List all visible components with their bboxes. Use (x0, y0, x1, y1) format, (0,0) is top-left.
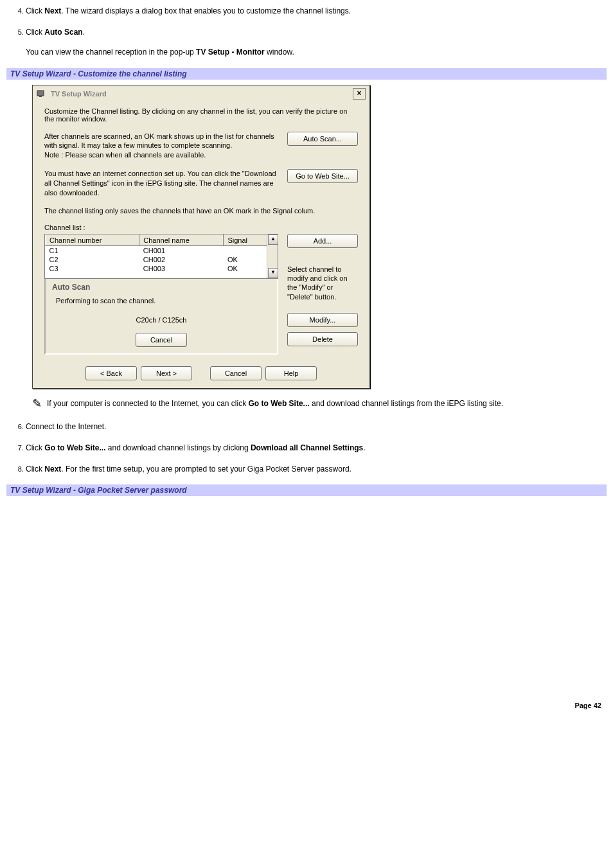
scan-text-2: Note : Please scan when all channels are… (44, 150, 278, 160)
go-to-web-site-button[interactable]: Go to Web Site... (287, 169, 358, 183)
auto-scan-title: Auto Scan (52, 283, 271, 292)
tip-note: ✎ If your computer is connected to the I… (32, 398, 607, 409)
step-5-pre: Click (26, 28, 44, 37)
col-channel-name[interactable]: Channel name (139, 235, 224, 245)
dialog-titlebar: TV Setup Wizard × (33, 85, 369, 102)
step-5: Click Auto Scan. You can view the channe… (26, 26, 607, 58)
channel-list[interactable]: Channel number Channel name Signal C1 CH… (44, 234, 278, 279)
list-scrollbar[interactable]: ▲ ▼ (267, 235, 278, 278)
table-row[interactable]: C2 CH002 OK (46, 255, 267, 264)
web-text: You must have an internet connection set… (44, 169, 278, 198)
step-5-post: . (83, 28, 85, 37)
dialog-title: TV Setup Wizard (51, 90, 107, 98)
svg-rect-1 (39, 96, 42, 97)
auto-scan-message: Performing to scan the channel. (56, 297, 271, 305)
col-signal[interactable]: Signal (224, 235, 267, 245)
table-row[interactable]: C3 CH003 OK (46, 264, 267, 273)
step-6: Connect to the Internet. (26, 421, 607, 433)
delete-button[interactable]: Delete (287, 332, 358, 346)
auto-scan-cancel-button[interactable]: Cancel (136, 333, 187, 347)
table-row[interactable]: C1 CH001 (46, 245, 267, 255)
step-5-sub-pre: You can view the channel reception in th… (26, 48, 196, 57)
step-4-pre: Click (26, 6, 44, 15)
pencil-icon: ✎ (32, 398, 42, 409)
section-title-customize: TV Setup Wizard - Customize the channel … (6, 68, 607, 80)
add-button[interactable]: Add... (287, 234, 358, 248)
page-number: Page 42 (6, 702, 607, 709)
scroll-down-icon[interactable]: ▼ (268, 268, 278, 278)
next-button[interactable]: Next > (141, 366, 192, 380)
auto-scan-progress: C20ch / C125ch (52, 316, 271, 324)
auto-scan-dialog: Auto Scan Performing to scan the channel… (44, 278, 278, 355)
step-5-sub-post: window. (265, 48, 294, 57)
svg-rect-0 (37, 91, 44, 96)
modify-hint: Select channel to modify and click on th… (287, 265, 358, 301)
dialog-intro: Customize the Channel listing. By clicki… (44, 107, 358, 123)
step-4: Click Next. The wizard displays a dialog… (26, 5, 607, 17)
back-button[interactable]: < Back (85, 366, 137, 380)
tip-bold: Go to Web Site... (249, 399, 310, 408)
tv-setup-wizard-dialog: TV Setup Wizard × Customize the Channel … (32, 85, 370, 389)
step-8: Click Next. For the first time setup, yo… (26, 463, 607, 475)
section-title-password: TV Setup Wizard - Giga Pocket Server pas… (6, 484, 607, 496)
scan-text-1: After channels are scanned, an OK mark s… (44, 132, 278, 151)
save-note: The channel listing only saves the chann… (44, 207, 358, 215)
step-7: Click Go to Web Site... and download cha… (26, 442, 607, 454)
step-5-sub-bold: TV Setup - Monitor (196, 48, 265, 57)
channel-list-label: Channel list : (44, 224, 358, 231)
help-button[interactable]: Help (265, 366, 317, 380)
tip-post: and download channel listings from the i… (310, 399, 504, 408)
step-4-post: . The wizard displays a dialog box that … (61, 6, 351, 15)
col-channel-number[interactable]: Channel number (46, 235, 139, 245)
step-4-bold: Next (44, 6, 61, 15)
tip-pre: If your computer is connected to the Int… (47, 399, 249, 408)
cancel-button[interactable]: Cancel (210, 366, 262, 380)
app-icon (37, 89, 47, 99)
close-button[interactable]: × (353, 88, 366, 100)
step-5-bold: Auto Scan (44, 28, 82, 37)
auto-scan-button[interactable]: Auto Scan... (287, 132, 358, 146)
scroll-up-icon[interactable]: ▲ (268, 235, 278, 245)
table-header-row: Channel number Channel name Signal (46, 235, 267, 245)
modify-button[interactable]: Modify... (287, 313, 358, 327)
